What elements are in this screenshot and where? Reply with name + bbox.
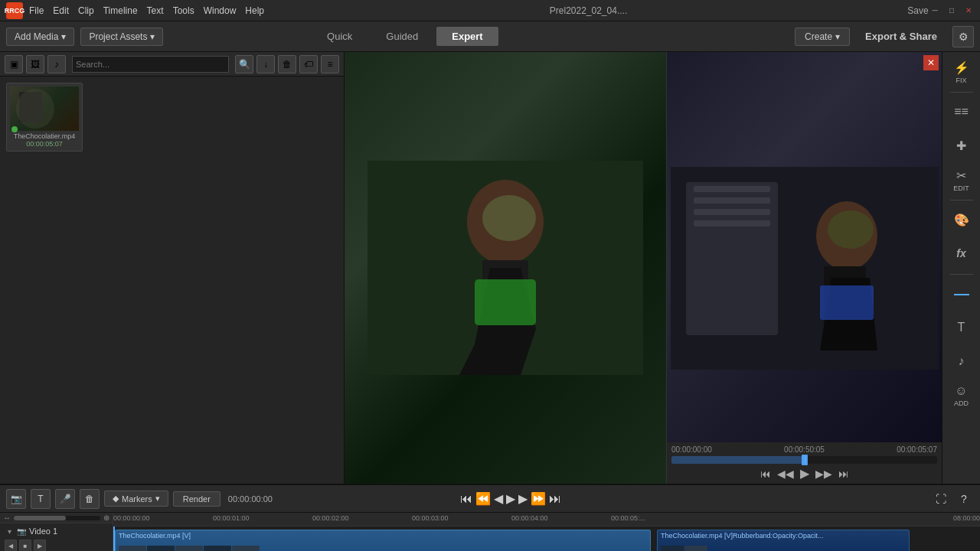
list-view-icon: ≡ — [327, 59, 332, 70]
program-preview-inner: ✕ — [667, 52, 942, 484]
save-button[interactable]: Save — [913, 5, 923, 16]
monitor-skip-end-button[interactable]: ⏭ — [838, 468, 849, 480]
tl-delete-button[interactable]: 🗑 — [80, 489, 100, 509]
track-expand-video1[interactable]: ▾ — [5, 527, 14, 536]
monitor-next-frame-button[interactable]: ▶▶ — [815, 468, 832, 480]
svg-rect-10 — [694, 220, 770, 227]
pb-play-button[interactable]: ▶ — [506, 491, 515, 506]
audio-panel-button[interactable]: ♪ — [948, 348, 975, 376]
edit-panel-button[interactable]: ✂ EDIT — [948, 166, 975, 194]
media-active-indicator — [11, 126, 18, 132]
track-next-btn-video1[interactable]: ▶ — [34, 540, 46, 551]
pb-skip-end-button[interactable]: ⏭ — [549, 491, 561, 506]
playback-controls: ⏮ ⏪ ◀ ▶ ▶ ⏩ ⏭ — [460, 491, 561, 506]
tl-add-title-button[interactable]: T — [31, 489, 51, 509]
settings-gear-button[interactable]: ⚙ — [952, 26, 974, 47]
svg-point-14 — [828, 210, 874, 249]
tab-expert[interactable]: Expert — [436, 27, 498, 46]
audio-icon: ♪ — [54, 59, 59, 70]
line-icon — [954, 294, 969, 295]
minimize-button[interactable]: ─ — [929, 5, 940, 16]
tl-add-track-button[interactable]: 📷 — [6, 489, 26, 509]
track-label-row-video1: ▾ 📷 Video 1 — [5, 527, 108, 536]
panel-list-view-button[interactable]: ≡ — [321, 55, 339, 73]
add-media-button[interactable]: Add Media ▾ — [6, 28, 74, 46]
title-bar: RRCG File Edit Clip Timeline Text Tools … — [0, 0, 980, 21]
source-preview — [345, 52, 666, 484]
panel-icon-video[interactable]: ▣ — [5, 55, 23, 73]
menu-edit[interactable]: Edit — [53, 5, 69, 16]
tab-guided[interactable]: Guided — [371, 27, 433, 46]
line-panel-button[interactable] — [948, 281, 975, 308]
panel-icon-audio[interactable]: ♪ — [47, 55, 66, 73]
transform-panel-button[interactable]: ✚ — [948, 132, 975, 160]
text-panel-button[interactable]: T — [948, 315, 975, 342]
monitor-prev-frame-button[interactable]: ◀◀ — [777, 468, 794, 480]
close-button[interactable]: ✕ — [963, 5, 974, 16]
program-preview: ✕ — [666, 52, 942, 484]
ruler-mark-5: 00:00:05:... — [611, 514, 645, 522]
preview-close-button[interactable]: ✕ — [923, 55, 939, 70]
menu-window[interactable]: Window — [204, 5, 237, 16]
media-panel-content: TheChocolatier.mp4 00:00:05:07 — [0, 77, 344, 484]
text-icon: T — [958, 321, 965, 334]
svg-rect-8 — [694, 197, 770, 204]
project-assets-label: Project Assets — [89, 31, 147, 42]
monitor-play-button[interactable]: ▶ — [800, 466, 809, 481]
panel-icon-photo[interactable]: 🖼 — [26, 55, 44, 73]
maximize-button[interactable]: □ — [946, 5, 957, 16]
import-icon: ↓ — [263, 59, 268, 70]
pb-frame-back-button[interactable]: ◀ — [494, 491, 503, 506]
monitor-time-end: 00:00:05:07 — [897, 445, 937, 454]
create-button[interactable]: Create ▾ — [795, 28, 850, 46]
main-toolbar: Add Media ▾ Project Assets ▾ Quick Guide… — [0, 21, 980, 52]
menu-tools[interactable]: Tools — [173, 5, 194, 16]
sidebar-divider-1 — [950, 92, 973, 93]
tl-zoom-in-button[interactable]: ⊕ — [103, 514, 109, 522]
panel-search-input[interactable] — [72, 56, 229, 73]
panel-tags-button[interactable]: 🏷 — [299, 55, 318, 73]
track-name-video1: Video 1 — [29, 527, 57, 536]
tl-zoom-out-button[interactable]: ↔ — [3, 514, 11, 522]
monitor-timeline[interactable] — [671, 456, 937, 464]
effects-panel-button[interactable]: fx — [948, 240, 975, 268]
tab-quick[interactable]: Quick — [312, 27, 368, 46]
menu-text[interactable]: Text — [147, 5, 164, 16]
track-camera-icon: 📷 — [17, 527, 26, 536]
pb-frame-fwd-button[interactable]: ▶ — [518, 491, 528, 506]
menu-timeline[interactable]: Timeline — [103, 5, 138, 16]
menu-file[interactable]: File — [29, 5, 44, 16]
project-assets-button[interactable]: Project Assets ▾ — [80, 28, 163, 46]
tl-help-button[interactable]: ? — [954, 489, 974, 509]
pb-step-back-button[interactable]: ⏪ — [475, 491, 491, 506]
track-center-btn-video1[interactable]: ■ — [19, 540, 31, 551]
add-panel-button[interactable]: ☺ ADD — [948, 382, 975, 409]
program-preview-image — [667, 52, 942, 484]
markers-button[interactable]: ◆ Markers ▾ — [104, 491, 168, 507]
render-button[interactable]: Render — [173, 491, 220, 507]
media-item[interactable]: TheChocolatier.mp4 00:00:05:07 — [6, 83, 83, 152]
timeline-zoom-bar[interactable] — [14, 516, 100, 520]
music-note-icon: ♪ — [959, 354, 965, 368]
panel-search-button[interactable]: 🔍 — [235, 55, 253, 73]
monitor-skip-start-button[interactable]: ⏮ — [760, 468, 771, 480]
export-share-button[interactable]: Export & Share — [856, 28, 946, 45]
timeline-playhead[interactable] — [113, 527, 115, 551]
tl-full-screen-button[interactable]: ⛶ — [931, 489, 951, 509]
pb-step-fwd-button[interactable]: ⏩ — [531, 491, 546, 506]
app-title: Prel2022_02_04.... — [550, 5, 627, 16]
menu-clip[interactable]: Clip — [78, 5, 94, 16]
track-prev-btn-video1[interactable]: ◀ — [5, 540, 17, 551]
panel-delete-button[interactable]: 🗑 — [278, 55, 296, 73]
panel-import-button[interactable]: ↓ — [256, 55, 275, 73]
tl-narrate-button[interactable]: 🎤 — [55, 489, 75, 509]
video-clip-1[interactable]: TheChocolatier.mp4 [V] — [115, 530, 651, 551]
delete-icon: 🗑 — [283, 59, 292, 70]
color-panel-button[interactable]: 🎨 — [948, 207, 975, 234]
video-clip-2-label: TheChocolatier.mp4 [V]Rubberband:Opacity… — [661, 532, 906, 540]
pb-skip-start-button[interactable]: ⏮ — [460, 491, 472, 506]
menu-help[interactable]: Help — [245, 5, 264, 16]
adjust-panel-button[interactable]: ≡≡ — [948, 99, 975, 126]
fix-panel-button[interactable]: ⚡ FIX — [948, 58, 975, 86]
video-clip-2[interactable]: TheChocolatier.mp4 [V]Rubberband:Opacity… — [657, 530, 910, 551]
